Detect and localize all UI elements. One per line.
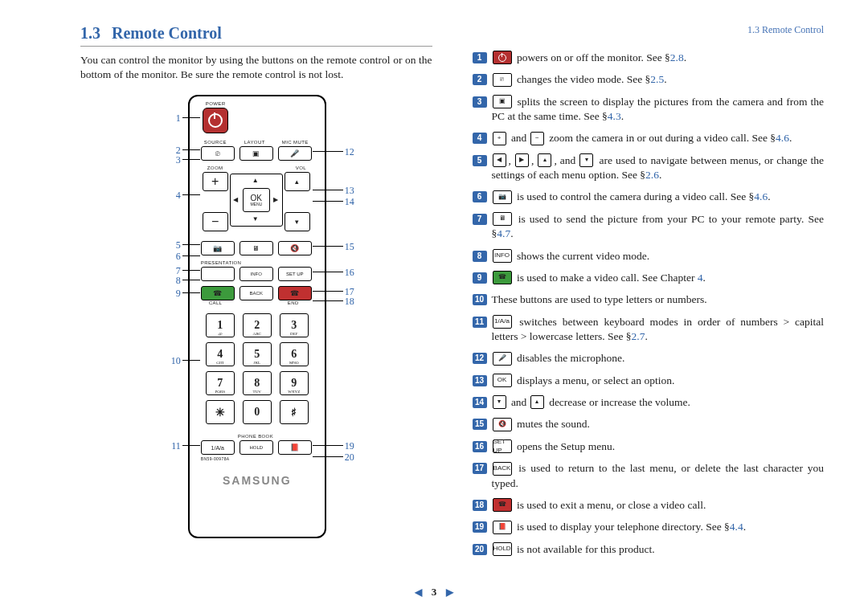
left-column: 1.3Remote Control You can control the mo…	[80, 24, 452, 564]
keypad-7: 7PQRS	[206, 371, 235, 395]
desc-item-12: 12🎤̸ disables the microphone.	[473, 351, 825, 366]
num-badge: 8	[473, 251, 487, 262]
pager: ◀ 3 ▶	[415, 586, 454, 599]
desc-icon: 📕	[493, 521, 512, 534]
desc-item-2: 2⎚ changes the video mode. See §2.5.	[473, 72, 825, 87]
xref[interactable]: 4.6	[776, 132, 789, 144]
vol-down-button: ▾	[285, 212, 310, 231]
brand-logo: SAMSUNG	[190, 474, 325, 487]
keypad-✳: ✳	[206, 400, 235, 424]
xref[interactable]: 4.4	[730, 521, 743, 533]
desc-icon: ☎	[493, 271, 512, 284]
xref[interactable]: 4.7	[497, 227, 510, 239]
keypad-8: 8TUV	[243, 371, 272, 395]
vol-up-button: ▴	[285, 172, 310, 191]
info-button: INFO	[240, 267, 273, 281]
section-heading: 1.3Remote Control	[80, 24, 432, 43]
callout-13: 13	[345, 185, 361, 197]
prev-page-arrow[interactable]: ◀	[415, 586, 422, 599]
keypad-4: 4GHI	[206, 342, 235, 366]
label-source: SOURCE	[204, 140, 227, 145]
keypad-3: 3DEF	[280, 313, 309, 337]
description-list: 1 powers on or off the monitor. See §2.8…	[473, 51, 825, 557]
num-badge: 9	[473, 272, 487, 284]
num-badge: 13	[473, 375, 487, 386]
setup-button: SET UP	[278, 267, 312, 281]
xref[interactable]: 4.6	[754, 190, 768, 202]
num-badge: 12	[473, 353, 487, 364]
call-button: ☎	[201, 286, 235, 300]
desc-item-13: 13OK displays a menu, or select an optio…	[473, 374, 825, 388]
desc-item-14: 14▾ and ▴ decrease or increase the volum…	[473, 395, 825, 410]
layout-button: ▣	[240, 146, 273, 161]
keypad-1: 1.@	[206, 313, 235, 337]
micmute-button: 🎤̸	[278, 146, 312, 161]
num-badge: 7	[473, 214, 487, 225]
xref[interactable]: 4	[698, 272, 703, 284]
callout-5: 5	[165, 239, 181, 251]
label-presentation: PRESENTATION	[201, 260, 242, 265]
num-badge: 15	[473, 419, 487, 430]
num-badge: 4	[473, 133, 487, 144]
desc-item-20: 20HOLD is not available for this product…	[473, 542, 825, 557]
zoom-minus-button: −	[203, 212, 228, 231]
num-badge: 1	[473, 52, 487, 63]
xref[interactable]: 2.8	[670, 51, 684, 63]
num-badge: 18	[473, 500, 487, 511]
ok-button: OK MENU	[243, 188, 270, 212]
num-badge: 6	[473, 191, 487, 202]
model-number: BN59-00978A	[201, 456, 230, 461]
label-layout: LAYOUT	[244, 140, 265, 145]
pc-button: 🖥	[240, 241, 273, 255]
running-header: 1.3 Remote Control	[473, 24, 825, 36]
desc-icon: 🎤̸	[493, 352, 512, 366]
hold-button: HOLD	[240, 440, 273, 455]
desc-item-9: 9☎ is used to make a video call. See Cha…	[473, 271, 825, 285]
next-page-arrow[interactable]: ▶	[446, 586, 453, 599]
desc-item-19: 19📕 is used to display your telephone di…	[473, 520, 825, 534]
xref[interactable]: 2.6	[645, 169, 659, 181]
desc-item-18: 18☎ is used to exit a menu, or close a v…	[473, 498, 825, 513]
nav-right-icon: ▶	[273, 196, 278, 203]
desc-item-4: 4+ and − zoom the camera in or out durin…	[473, 131, 825, 145]
desc-icon: ⎚	[493, 73, 512, 87]
desc-icon: INFO	[493, 249, 512, 263]
num-badge: 11	[473, 317, 487, 328]
intro-text: You can control the monitor by using the…	[80, 53, 432, 82]
callout-16: 16	[345, 267, 361, 279]
desc-icon: SET UP	[493, 439, 512, 453]
remote-outline: POWER SOURCE LAYOUT MIC MUTE ⎚ ▣ 🎤̸ ZOOM…	[188, 95, 326, 538]
num-badge: 17	[473, 463, 487, 474]
keypad-9: 9WXYZ	[280, 371, 309, 395]
desc-icon: 🖥	[493, 212, 512, 226]
desc-icon: ☎	[493, 498, 512, 512]
power-icon	[208, 113, 223, 128]
desc-icon: ▣	[493, 95, 512, 108]
num-badge: 19	[473, 521, 487, 533]
xref[interactable]: 2.7	[632, 330, 645, 342]
xref[interactable]: 2.5	[650, 73, 664, 85]
desc-icon: 1/A/a	[493, 315, 512, 329]
camera-button: 📷	[201, 241, 235, 255]
callout-9: 9	[165, 288, 181, 300]
xref[interactable]: 4.3	[608, 110, 621, 122]
desc-icon: HOLD	[493, 542, 512, 556]
callout-19: 19	[345, 440, 361, 452]
num-badge: 2	[473, 74, 487, 85]
keypad-0: 0	[243, 400, 272, 424]
right-column: 1.3 Remote Control 1 powers on or off th…	[452, 24, 825, 564]
nav-up-icon: ▲	[252, 177, 259, 184]
callout-3: 3	[165, 154, 181, 166]
callout-11: 11	[165, 440, 181, 452]
desc-item-10: 10These buttons are used to type letters…	[473, 292, 825, 307]
power-icon	[493, 51, 512, 64]
heading-rule	[80, 46, 432, 47]
callout-1: 1	[165, 112, 181, 125]
keypad-5: 5JKL	[243, 342, 272, 366]
num-badge: 3	[473, 96, 487, 108]
power-button	[203, 108, 228, 133]
num-badge: 14	[473, 397, 487, 408]
section-number: 1.3	[80, 24, 100, 42]
desc-item-7: 7🖥 is used to send the picture from your…	[473, 212, 825, 242]
end-button: ☎	[278, 286, 312, 300]
